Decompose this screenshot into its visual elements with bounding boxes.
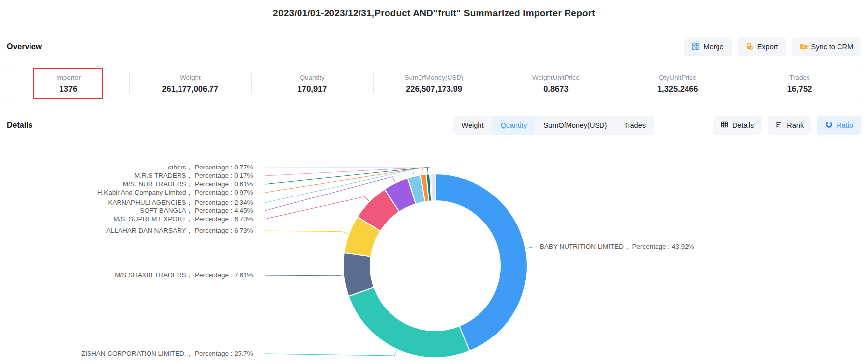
stat-value: 261,177,006.77	[162, 84, 218, 94]
table-icon	[721, 121, 728, 130]
tab-trades[interactable]: Trades	[615, 116, 654, 135]
export-button-label: Export	[757, 43, 778, 51]
stat-quantity: Quantity170,917	[251, 64, 373, 103]
stat-label: Importer	[56, 74, 81, 81]
sync-to-crm-button-label: Sync to CRM	[811, 43, 853, 51]
merge-button[interactable]: Merge	[684, 37, 732, 56]
stat-weightunitprice: WeightUnitPrice0.8673	[495, 64, 617, 103]
pie-slice-zishan-corporation-limited[interactable]	[349, 287, 470, 358]
chart-label-m-s-shakib-traders: M/S SHAKIB TRADERS，Percentage : 7.61%	[115, 271, 262, 280]
leader-line-m-s-shakib-traders	[265, 275, 343, 276]
chart-label-name: SOFT BANGLA，	[140, 206, 193, 215]
stat-label: Weight	[180, 74, 201, 81]
chart-label-percentage: Percentage : 43.92%	[632, 242, 694, 251]
chart-label-percentage: Percentage : 6.73%	[195, 215, 262, 224]
stat-label: SumOfMoney(USD)	[404, 74, 463, 81]
view-button-ratio-label: Ratio	[837, 121, 853, 129]
chart-label-name: M.R.S TRADERS，	[134, 171, 193, 180]
chart-label-percentage: Percentage : 0.77%	[195, 163, 262, 172]
overview-actions: Merge Export Sync to CRM	[684, 37, 861, 56]
chart-label-percentage: Percentage : 25.7%	[195, 349, 262, 358]
chart-label-baby-nutrition-limited: BABY NUTRITION LIMITED，Percentage : 43.9…	[540, 242, 694, 251]
stat-sumofmoney-usd: SumOfMoney(USD)226,507,173.99	[373, 64, 495, 103]
details-header: Details WeightQuantitySumOfMoney(USD)Tra…	[7, 116, 861, 135]
view-button-rank[interactable]: Rank	[768, 116, 811, 135]
view-button-details[interactable]: Details	[713, 116, 762, 135]
leader-line-allahar-dan-narsary	[265, 231, 348, 234]
stat-label: Quantity	[300, 74, 325, 81]
chart-label-name: BABY NUTRITION LIMITED，	[540, 242, 630, 251]
ratio-donut-icon	[825, 121, 833, 130]
stat-label: WeightUnitPrice	[532, 74, 580, 81]
ratio-chart-area: others，Percentage : 0.77%M.R.S TRADERS，P…	[0, 133, 868, 364]
pie-slice-baby-nutrition-limited[interactable]	[435, 174, 527, 351]
chart-label-percentage: Percentage : 0.97%	[195, 188, 262, 197]
chart-label-others: others，Percentage : 0.77%	[168, 163, 262, 172]
tab-quantity[interactable]: Quantity	[492, 116, 535, 135]
export-icon	[746, 42, 753, 52]
view-button-details-label: Details	[732, 121, 754, 129]
stat-value: 226,507,173.99	[406, 84, 462, 94]
importer-report-page: 2023/01/01-2023/12/31,Product AND"fruit"…	[0, 0, 868, 364]
overview-heading: Overview	[7, 42, 42, 51]
chart-label-name: M/S. SUPREM EXPORT，	[113, 215, 193, 224]
highlight-box	[33, 68, 103, 99]
chart-label-name: others，	[168, 163, 193, 172]
chart-label-percentage: Percentage : 6.73%	[195, 226, 262, 235]
chart-label-name: ZISHAN CORPORATION LIMITED.，	[81, 349, 193, 358]
metric-tabs: WeightQuantitySumOfMoney(USD)Trades	[453, 116, 654, 135]
stat-qtyunitprice: QtyUnitPrice1,325.2466	[617, 64, 739, 103]
stat-value: 0.8673	[543, 84, 568, 94]
chart-label-h-kabir-and-company-limited: H.Kabir And Company Limited，Percentage :…	[97, 188, 262, 197]
view-button-ratio[interactable]: Ratio	[817, 116, 861, 135]
stat-label: QtyUnitPrice	[659, 74, 696, 81]
leader-line-zishan-corporation-limited	[265, 350, 397, 356]
chart-label-name: M/S SHAKIB TRADERS，	[115, 271, 193, 280]
details-controls: WeightQuantitySumOfMoney(USD)Trades Deta…	[453, 116, 861, 135]
sync-to-crm-button[interactable]: Sync to CRM	[792, 37, 861, 56]
stat-value: 1376	[60, 84, 78, 94]
stat-value: 16,752	[787, 84, 812, 94]
tab-weight[interactable]: Weight	[453, 116, 492, 135]
chart-label-m-s-suprem-export: M/S. SUPREM EXPORT，Percentage : 6.73%	[113, 215, 262, 224]
chart-label-name: ALLAHAR DAN NARSARY，	[106, 226, 193, 235]
chart-label-percentage: Percentage : 0.61%	[195, 180, 262, 189]
leader-line-m-s-suprem-export	[265, 196, 369, 219]
chart-label-percentage: Percentage : 0.17%	[195, 171, 262, 180]
stat-importer: Importer1376	[7, 64, 129, 103]
leader-line-baby-nutrition-limited	[527, 247, 537, 248]
export-button[interactable]: Export	[738, 37, 786, 56]
sync-folder-icon	[800, 42, 808, 52]
chart-label-soft-bangla: SOFT BANGLA，Percentage : 4.45%	[140, 206, 262, 215]
chart-label-name: M/S. NUR TRADERS，	[123, 180, 193, 189]
merge-icon	[692, 42, 700, 52]
chart-label-m-r-s-traders: M.R.S TRADERS，Percentage : 0.17%	[134, 171, 262, 180]
pie-slice-others[interactable]	[431, 174, 435, 201]
overview-header: Overview Merge Export Sync to CRM	[7, 37, 861, 56]
chart-label-percentage: Percentage : 4.45%	[195, 206, 262, 215]
stat-trades: Trades16,752	[739, 64, 861, 103]
chart-label-allahar-dan-narsary: ALLAHAR DAN NARSARY，Percentage : 6.73%	[106, 226, 262, 235]
details-heading: Details	[7, 121, 32, 130]
view-button-rank-label: Rank	[787, 121, 804, 129]
rank-icon	[776, 121, 783, 130]
stat-weight: Weight261,177,006.77	[129, 64, 251, 103]
chart-label-percentage: Percentage : 7.61%	[195, 271, 262, 280]
stat-label: Trades	[789, 74, 810, 81]
stat-value: 1,325.2466	[658, 84, 698, 94]
page-title: 2023/01/01-2023/12/31,Product AND"fruit"…	[0, 0, 868, 19]
ratio-donut-chart	[0, 133, 868, 364]
chart-label-zishan-corporation-limited: ZISHAN CORPORATION LIMITED.，Percentage :…	[81, 349, 262, 358]
tab-sumofmoney-usd[interactable]: SumOfMoney(USD)	[535, 116, 615, 135]
chart-label-m-s-nur-traders: M/S. NUR TRADERS，Percentage : 0.61%	[123, 180, 262, 189]
overview-stats-card: Importer1376Weight261,177,006.77Quantity…	[7, 64, 861, 103]
chart-label-name: H.Kabir And Company Limited，	[97, 188, 193, 197]
merge-button-label: Merge	[704, 43, 724, 51]
view-buttons: Details Rank Ratio	[713, 116, 861, 135]
stat-value: 170,917	[298, 84, 327, 94]
